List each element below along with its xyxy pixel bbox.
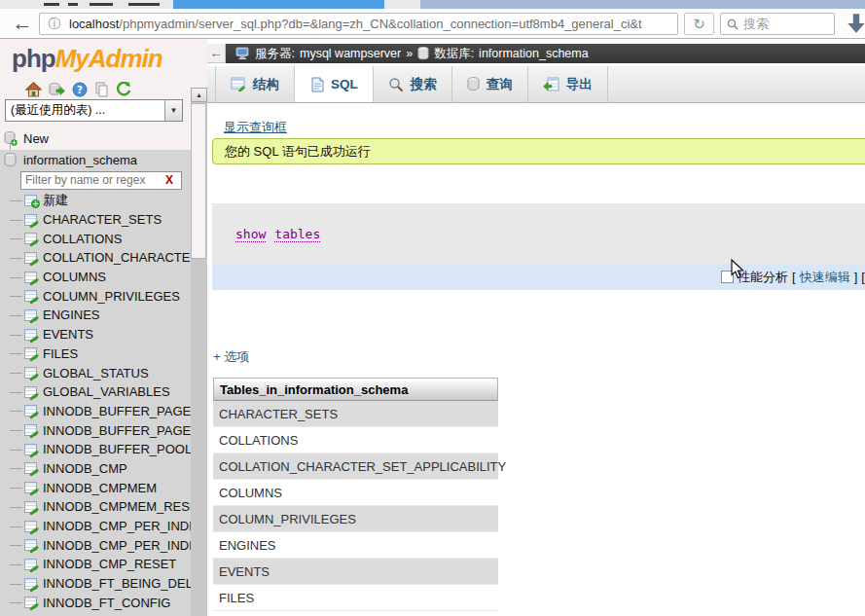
table-icon	[24, 482, 37, 493]
sidebar-table-item[interactable]: FILES	[0, 344, 191, 364]
sidebar-table-item[interactable]: INNODB_FT_BEING_DELETED	[0, 574, 191, 594]
db-name-link[interactable]: information_schema	[479, 47, 589, 60]
sidebar-table-label: CHARACTER_SETS	[43, 212, 162, 227]
log-out-icon[interactable]	[49, 82, 65, 97]
documentation-icon[interactable]	[94, 82, 109, 97]
sidebar-table-item[interactable]: COLUMN_PRIVILEGES	[0, 286, 191, 306]
tree-item-create-table[interactable]: 新建	[0, 191, 191, 210]
result-table-header[interactable]: Tables_in_information_schema	[213, 378, 498, 401]
phpmyadmin-logo[interactable]: phpMyAdmin	[12, 44, 162, 74]
sidebar-table-item[interactable]: INNODB_BUFFER_POOL_STATS	[0, 440, 191, 459]
table-cell: COLUMNS	[219, 486, 282, 500]
tools-segment: [	[861, 270, 865, 284]
table-icon	[24, 539, 37, 551]
sidebar-table-item[interactable]: GLOBAL_STATUS	[0, 363, 191, 382]
tree-filter-input[interactable]: X	[20, 171, 182, 190]
home-icon[interactable]	[25, 82, 42, 97]
tree-item-database[interactable]: information_schema	[0, 150, 191, 169]
create-table-label: 新建	[43, 192, 68, 209]
filter-text-input[interactable]	[21, 173, 165, 187]
sidebar-table-item[interactable]: INNODB_CMP_PER_INDEX	[0, 517, 191, 536]
sidebar-table-item[interactable]: EVENTS	[0, 325, 191, 344]
url-bar[interactable]: ⓘ localhost/phpmyadmin/server_sql.php?db…	[39, 13, 678, 35]
recent-tables-dropdown[interactable]: (最近使用的表) ... ▼	[5, 99, 183, 122]
sidebar-table-item[interactable]: INNODB_CMPMEM_RESET	[0, 497, 191, 517]
sidebar-table-item[interactable]: INNODB_CMP	[0, 459, 191, 479]
table-row[interactable]: EVENTS	[213, 559, 498, 585]
tree-item-new-database[interactable]: New	[0, 128, 191, 148]
table-icon	[24, 405, 37, 417]
table-list: CHARACTER_SETS COLLATIONS COLLATION_CHAR…	[0, 210, 191, 616]
table-icon	[24, 386, 37, 398]
recent-tables-value: (最近使用的表) ...	[6, 102, 164, 119]
tools-segment[interactable]: 快速编辑	[800, 269, 850, 286]
nav-icon-row: ?	[25, 82, 131, 97]
table-row[interactable]: COLLATION_CHARACTER_SET_APPLICABILITY	[213, 453, 498, 480]
tab-label: 查询	[487, 76, 513, 93]
table-row[interactable]: ENGINES	[213, 532, 498, 559]
filter-clear-button[interactable]: X	[165, 173, 181, 187]
download-icon[interactable]	[843, 11, 865, 36]
table-icon	[24, 521, 37, 532]
sidebar-table-item[interactable]: INNODB_CMP_RESET	[0, 555, 191, 574]
scrollbar-up-arrow[interactable]: ▲	[191, 88, 207, 102]
sidebar-table-item[interactable]: INNODB_CMP_PER_INDEX_RESET	[0, 535, 191, 555]
sidebar-table-item[interactable]: COLLATIONS	[0, 229, 191, 248]
table-cell: COLUMN_PRIVILEGES	[219, 512, 356, 526]
sql-keyword[interactable]: tables	[274, 227, 320, 242]
tab-query[interactable]: 查询	[452, 66, 528, 102]
sidebar-table-item[interactable]: INNODB_BUFFER_PAGE_LRU	[0, 420, 191, 440]
result-table: Tables_in_information_schema CHARACTER_S…	[213, 378, 498, 611]
sidebar-table-label: GLOBAL_VARIABLES	[43, 384, 170, 399]
sidebar-table-item[interactable]: COLUMNS	[0, 268, 191, 287]
main-panel: ← 服务器: mysql wampserver » 数据库: informati…	[207, 39, 865, 616]
refresh-icon[interactable]	[116, 82, 131, 97]
sidebar-table-label: INNODB_FT_BEING_DELETED	[43, 576, 191, 591]
sql-icon	[309, 77, 324, 92]
browser-tab-strip[interactable]	[0, 0, 865, 9]
table-icon	[24, 214, 37, 226]
sql-keyword[interactable]: show	[235, 227, 266, 242]
collapse-navigation-button[interactable]: ←	[207, 44, 226, 63]
new-database-icon	[4, 131, 18, 146]
executed-sql-box: showtables	[212, 203, 865, 264]
tab-title-fragment	[90, 3, 113, 6]
sidebar-table-item[interactable]: INNODB_CMPMEM	[0, 478, 191, 497]
tab-sql[interactable]: SQL	[295, 66, 374, 102]
tab-structure[interactable]: 结构	[215, 66, 295, 102]
table-row[interactable]: COLUMN_PRIVILEGES	[213, 506, 498, 532]
reload-button[interactable]: ↻	[684, 13, 714, 35]
search-placeholder: 搜索	[743, 16, 769, 33]
table-row[interactable]: CHARACTER_SETS	[213, 401, 498, 427]
sidebar-scrollbar-thumb[interactable]	[191, 103, 206, 259]
active-tab-sliver[interactable]	[173, 0, 384, 9]
show-query-box-link[interactable]: 显示查询框	[224, 119, 287, 136]
help-icon[interactable]: ?	[72, 82, 88, 97]
sidebar-table-label: INNODB_CMPMEM	[43, 481, 157, 495]
table-row[interactable]: COLUMNS	[213, 480, 498, 506]
breadcrumb-separator: »	[406, 47, 413, 60]
sidebar-table-label: EVENTS	[43, 327, 93, 342]
sidebar-table-item[interactable]: INNODB_FT_CONFIG	[0, 593, 191, 612]
sidebar-table-item[interactable]: INNODB_BUFFER_PAGE	[0, 402, 191, 421]
options-toggle-link[interactable]: + 选项	[213, 348, 249, 366]
table-icon	[24, 597, 37, 608]
sidebar-table-item[interactable]: ENGINES	[0, 306, 191, 325]
sidebar-table-item[interactable]: COLLATION_CHARACTER_SET_APPLICABILITY	[0, 248, 191, 268]
back-button[interactable]: ←	[10, 11, 35, 36]
sidebar-table-label: INNODB_CMP_RESET	[43, 557, 176, 571]
sidebar-table-item[interactable]: GLOBAL_VARIABLES	[0, 382, 191, 402]
table-row[interactable]: FILES	[213, 585, 498, 611]
tab-search[interactable]: 搜索	[374, 66, 452, 102]
table-row[interactable]: COLLATIONS	[213, 427, 498, 453]
tab-export[interactable]: 导出	[528, 66, 608, 102]
sidebar-table-item[interactable]: CHARACTER_SETS	[0, 210, 191, 230]
dropdown-arrow-icon[interactable]: ▼	[164, 100, 182, 121]
browser-search-input[interactable]: 搜索	[720, 13, 835, 35]
table-icon	[24, 329, 37, 341]
sidebar-table-label: INNODB_BUFFER_PAGE	[43, 404, 191, 418]
server-name-link[interactable]: mysql wampserver	[300, 47, 401, 60]
site-info-icon[interactable]: ⓘ	[40, 16, 69, 33]
tab-label: 结构	[253, 76, 279, 93]
sidebar-table-item[interactable]: INNODB_FT_DEFAULT_STOPWORD	[0, 612, 191, 616]
